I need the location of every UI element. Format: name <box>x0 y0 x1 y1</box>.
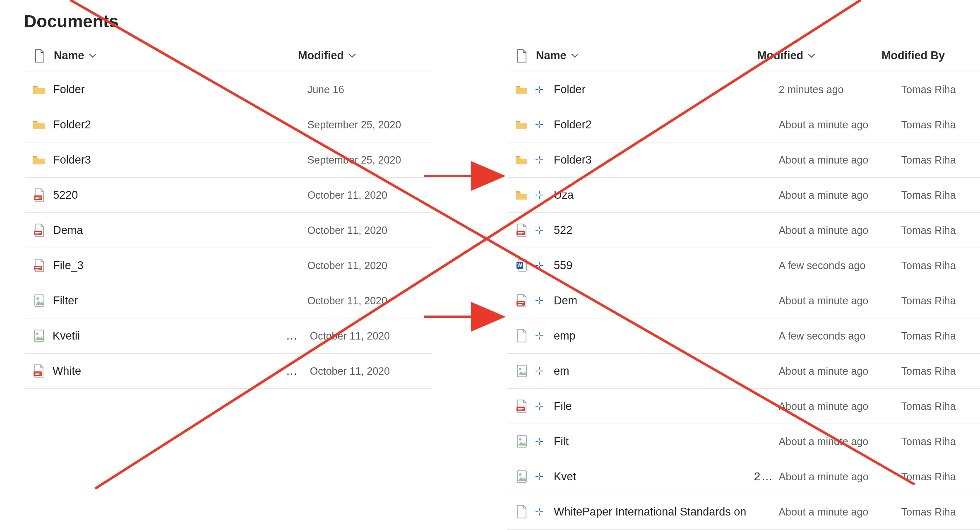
file-name[interactable]: 522 <box>554 224 572 237</box>
image-icon <box>515 470 528 484</box>
chevron-down-icon <box>348 52 356 60</box>
column-header-modified[interactable]: Modified <box>757 49 882 62</box>
modified-date: About a minute ago <box>778 436 868 447</box>
table-row[interactable]: 559 A few seconds ago Tomas Riha <box>507 248 980 283</box>
modified-by: Tomas Riha <box>901 84 956 95</box>
column-label: Modified <box>757 49 803 62</box>
modified-by: Tomas Riha <box>901 471 956 482</box>
new-indicator-icon <box>536 156 543 164</box>
generic-icon <box>515 505 528 519</box>
table-row[interactable]: Kvet 2… About a minute ago Tomas Riha <box>507 459 980 494</box>
table-row[interactable]: Folder3 September 25, 2020 <box>25 142 432 178</box>
column-header-icon[interactable] <box>25 49 54 63</box>
table-row[interactable]: Folder June 16 <box>25 72 432 107</box>
modified-date: 2 minutes ago <box>778 84 843 95</box>
table-row[interactable]: Kvetii … October 11, 2020 <box>25 318 432 354</box>
new-indicator-icon <box>536 226 543 234</box>
file-name[interactable]: Filter <box>53 294 78 307</box>
table-row[interactable]: 522 About a minute ago Tomas Riha <box>507 213 980 248</box>
modified-by: Tomas Riha <box>901 260 956 271</box>
table-row[interactable]: 5220 October 11, 2020 <box>25 178 432 213</box>
file-name[interactable]: Dema <box>53 224 83 237</box>
table-row[interactable]: Dem About a minute ago Tomas Riha <box>507 283 980 318</box>
file-name[interactable]: emp <box>554 330 576 342</box>
modified-by: Tomas Riha <box>901 506 956 518</box>
image-icon <box>515 364 528 378</box>
file-name[interactable]: 559 <box>554 259 572 272</box>
folder-icon <box>32 119 46 130</box>
image-icon <box>32 329 45 343</box>
modified-date: A few seconds ago <box>778 260 865 271</box>
more-actions-button[interactable]: … <box>286 329 310 342</box>
chevron-down-icon <box>571 52 579 60</box>
column-header-modified[interactable]: Modified <box>298 49 426 62</box>
table-row[interactable]: Folder2 September 25, 2020 <box>25 107 432 142</box>
generic-icon <box>515 329 528 343</box>
file-name[interactable]: File <box>554 400 572 413</box>
modified-date: About a minute ago <box>778 224 868 236</box>
file-name[interactable]: Filt <box>554 435 569 448</box>
file-name[interactable]: Folder <box>554 83 586 96</box>
table-row[interactable]: WhitePaper International Standards on Ab… <box>507 494 980 530</box>
column-label: Name <box>536 49 567 62</box>
pdf-icon <box>515 223 528 237</box>
modified-date: A few seconds ago <box>778 330 865 342</box>
file-list-left: Name Modified Folder June 16 <box>25 40 432 389</box>
table-row[interactable]: White … October 11, 2020 <box>25 354 432 389</box>
table-row[interactable]: Folder3 About a minute ago Tomas Riha <box>507 142 980 178</box>
more-actions-button[interactable]: 2… <box>754 470 779 483</box>
column-label: Name <box>54 49 84 62</box>
chevron-down-icon <box>89 52 97 60</box>
file-icon <box>33 49 46 63</box>
pdf-icon <box>32 364 45 378</box>
folder-icon <box>32 154 46 165</box>
more-actions-button[interactable]: … <box>286 364 310 378</box>
folder-icon <box>515 154 528 165</box>
modified-by: Tomas Riha <box>901 119 956 130</box>
table-row[interactable]: Uza About a minute ago Tomas Riha <box>507 178 980 213</box>
column-label: Modified <box>298 49 344 62</box>
chevron-down-icon <box>807 52 816 60</box>
modified-date: About a minute ago <box>778 506 868 518</box>
file-name[interactable]: Folder3 <box>53 154 91 166</box>
file-name[interactable]: 5220 <box>53 189 78 202</box>
column-header-name[interactable]: Name <box>54 49 298 62</box>
column-header-name[interactable]: Name <box>536 49 757 62</box>
file-name[interactable]: Uza <box>554 189 574 202</box>
file-name[interactable]: File_3 <box>53 259 84 272</box>
table-row[interactable]: Folder2 About a minute ago Tomas Riha <box>507 107 980 142</box>
page-title: Documents <box>24 12 968 31</box>
file-name[interactable]: Folder2 <box>53 118 91 131</box>
modified-date: October 11, 2020 <box>307 224 387 236</box>
file-name[interactable]: WhitePaper International Standards on <box>554 506 746 518</box>
file-name[interactable]: Kvetii <box>53 330 80 342</box>
table-row[interactable]: Dema October 11, 2020 <box>25 213 432 248</box>
modified-date: About a minute ago <box>779 471 869 482</box>
file-icon <box>515 49 528 63</box>
table-row[interactable]: emp A few seconds ago Tomas Riha <box>507 318 980 354</box>
modified-date: About a minute ago <box>778 119 868 130</box>
table-row[interactable]: Filter October 11, 2020 <box>25 283 432 318</box>
file-name[interactable]: Folder2 <box>554 118 592 131</box>
file-name[interactable]: Folder <box>53 83 85 96</box>
file-name[interactable]: Dem <box>554 294 577 307</box>
column-label: Modified By <box>882 49 945 62</box>
file-name[interactable]: White <box>53 365 81 378</box>
column-header-modified-by[interactable]: Modified By <box>882 49 964 62</box>
table-row[interactable]: File_3 October 11, 2020 <box>25 248 432 283</box>
table-row[interactable]: em About a minute ago Tomas Riha <box>507 354 980 389</box>
table-row[interactable]: Filt About a minute ago Tomas Riha <box>507 424 980 459</box>
file-name[interactable]: em <box>554 365 569 378</box>
pdf-icon <box>515 399 528 413</box>
file-name[interactable]: Folder3 <box>554 154 592 166</box>
new-indicator-icon <box>536 438 543 445</box>
file-name[interactable]: Kvet <box>554 470 576 483</box>
column-header-icon[interactable] <box>507 49 536 63</box>
modified-date: October 11, 2020 <box>310 365 390 377</box>
modified-date: October 11, 2020 <box>307 260 387 271</box>
new-indicator-icon <box>536 508 543 516</box>
table-row[interactable]: File About a minute ago Tomas Riha <box>507 389 980 424</box>
table-header: Name Modified Modified By <box>507 40 980 72</box>
modified-by: Tomas Riha <box>901 365 956 377</box>
table-row[interactable]: Folder 2 minutes ago Tomas Riha <box>507 72 980 107</box>
